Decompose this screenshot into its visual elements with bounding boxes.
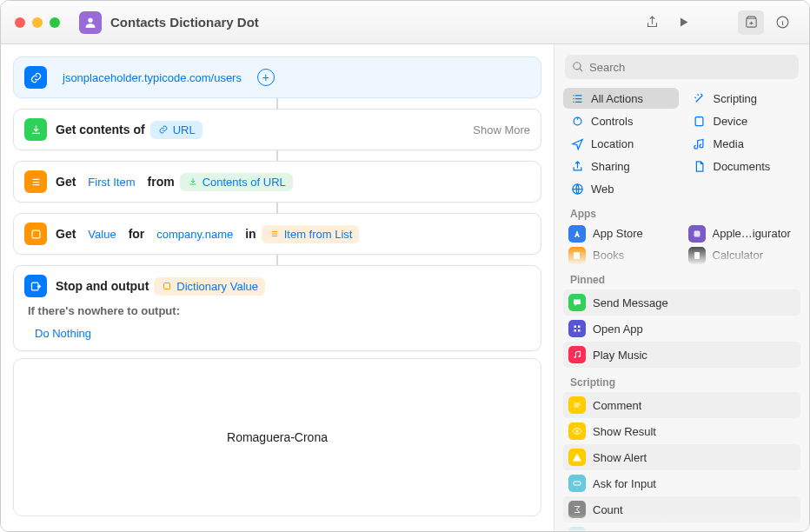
search-input[interactable] — [589, 61, 792, 74]
action-open-app[interactable]: Open App — [563, 316, 800, 342]
msg-icon — [568, 294, 586, 311]
search-field[interactable] — [565, 55, 799, 79]
url-value[interactable]: jsonplaceholder.typicode.com/users — [56, 69, 249, 87]
shortcut-icon — [79, 11, 102, 34]
action-calculator[interactable]: Calculator — [683, 245, 801, 265]
lines-icon — [568, 396, 586, 414]
category-device[interactable]: Device — [686, 110, 801, 131]
close-button[interactable] — [15, 17, 25, 28]
info-button[interactable] — [769, 10, 795, 35]
action-send-message[interactable]: Send Message — [563, 289, 800, 316]
output-panel: Romaguera-Crona — [13, 358, 541, 516]
action-apple-igurator[interactable]: Apple…igurator — [683, 223, 801, 243]
svg-point-17 — [576, 430, 579, 433]
category-scripting[interactable]: Scripting — [686, 88, 801, 109]
action-label: Get contents of — [56, 123, 145, 136]
dict-value-token[interactable]: Dictionary Value — [154, 277, 265, 296]
list-icon — [24, 170, 47, 193]
first-item-token[interactable]: First Item — [81, 173, 142, 191]
svg-rect-7 — [695, 116, 703, 125]
get-item-action[interactable]: Get First Item from Contents of URL — [13, 161, 541, 203]
action-library: All ActionsScriptingControlsDeviceLocati… — [554, 44, 809, 532]
svg-rect-5 — [164, 283, 170, 289]
pinned-header: Pinned — [554, 265, 809, 289]
download-icon — [24, 118, 47, 141]
contents-token[interactable]: Contents of URL — [180, 173, 293, 191]
scripting-header: Scripting — [554, 368, 809, 392]
maximize-button[interactable] — [50, 17, 60, 28]
run-button[interactable] — [670, 10, 696, 35]
workflow-editor: jsonplaceholder.typicode.com/users + Get… — [1, 44, 554, 532]
fallback-label: If there's nowhere to output: — [28, 304, 180, 317]
url-token[interactable]: URL — [150, 121, 202, 139]
svg-rect-13 — [574, 329, 577, 332]
share-icon — [570, 159, 584, 173]
do-nothing-option[interactable]: Do Nothing — [28, 323, 98, 343]
svg-point-15 — [574, 356, 576, 358]
titlebar: Contacts Dictionary Dot — [1, 1, 809, 44]
share-button[interactable] — [639, 10, 665, 35]
book-icon — [568, 247, 586, 264]
action-app-store[interactable]: App Store — [563, 223, 681, 243]
eye-icon — [568, 422, 586, 440]
svg-point-16 — [579, 356, 581, 357]
library-button[interactable] — [738, 10, 764, 35]
svg-rect-3 — [32, 230, 40, 238]
svg-rect-12 — [578, 326, 581, 329]
menu-icon — [568, 527, 586, 532]
category-all[interactable]: All Actions — [563, 88, 679, 109]
apps-header: Apps — [554, 199, 809, 223]
svg-rect-14 — [578, 329, 581, 332]
input-icon — [568, 475, 586, 492]
output-text: Romaguera-Crona — [227, 430, 328, 444]
note-icon — [568, 346, 586, 363]
show-more-button[interactable]: Show More — [473, 123, 530, 136]
action-show-alert[interactable]: Show Alert — [563, 444, 800, 470]
window-controls — [15, 17, 60, 28]
nav-icon — [570, 136, 584, 150]
device-icon — [693, 114, 707, 128]
add-url-button[interactable]: + — [257, 69, 275, 86]
minimize-button[interactable] — [32, 17, 43, 28]
url-action[interactable]: jsonplaceholder.typicode.com/users + — [13, 57, 541, 98]
value-token[interactable]: Value — [81, 225, 123, 243]
svg-rect-9 — [694, 230, 700, 236]
grid-icon — [568, 320, 586, 337]
dictionary-icon — [24, 223, 47, 245]
category-sharing[interactable]: Sharing — [563, 156, 679, 176]
globe-icon — [570, 182, 584, 196]
knob-icon — [570, 114, 584, 128]
get-value-action[interactable]: Get Value for company.name in Item from … — [13, 213, 541, 255]
note-icon — [693, 136, 707, 150]
window-title: Contacts Dictionary Dot — [110, 15, 259, 30]
doc-icon — [693, 159, 707, 173]
key-token[interactable]: company.name — [149, 225, 240, 243]
action-show-result[interactable]: Show Result — [563, 418, 800, 444]
list-icon — [570, 91, 584, 105]
category-web[interactable]: Web — [563, 178, 679, 199]
category-documents[interactable]: Documents — [686, 156, 801, 176]
get-contents-action[interactable]: Get contents of URL Show More — [13, 109, 541, 150]
category-location[interactable]: Location — [563, 133, 679, 154]
action-books[interactable]: Books — [563, 245, 681, 265]
output-icon — [24, 275, 47, 297]
action-count[interactable]: Count — [563, 496, 800, 522]
category-media[interactable]: Media — [686, 133, 801, 154]
search-icon — [572, 61, 584, 73]
sigma-icon — [568, 501, 586, 518]
stop-output-action[interactable]: Stop and output Dictionary Value If ther… — [13, 265, 541, 351]
svg-point-0 — [88, 17, 92, 22]
link-icon — [24, 66, 47, 89]
category-controls[interactable]: Controls — [563, 110, 679, 131]
svg-rect-10 — [694, 252, 700, 259]
svg-rect-18 — [574, 482, 581, 485]
action-play-music[interactable]: Play Music — [563, 342, 800, 368]
wand-icon — [693, 91, 707, 105]
action-ask-for-input[interactable]: Ask for Input — [563, 470, 800, 496]
item-token[interactable]: Item from List — [262, 225, 360, 243]
action-choose-from-menu[interactable]: Choose from Menu — [563, 522, 800, 532]
svg-rect-11 — [574, 326, 577, 329]
alert-icon — [568, 449, 586, 466]
action-comment[interactable]: Comment — [563, 392, 800, 418]
cfg-icon — [688, 225, 706, 243]
